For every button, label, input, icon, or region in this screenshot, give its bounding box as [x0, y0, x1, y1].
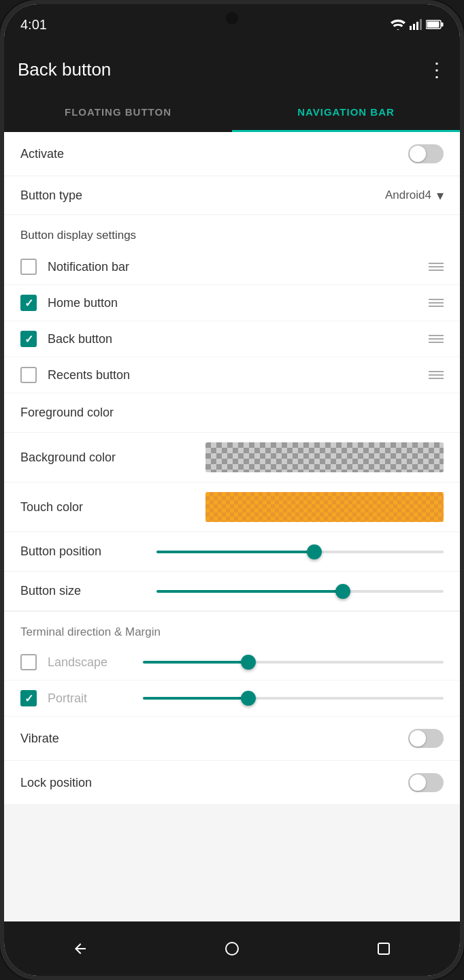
- back-button-label: Back button: [48, 332, 429, 346]
- home-button-row: Home button: [4, 285, 460, 321]
- back-button-checkbox[interactable]: [20, 331, 37, 347]
- notification-bar-label: Notification bar: [48, 260, 429, 274]
- landscape-row: Landscape: [4, 644, 460, 681]
- portrait-checkbox[interactable]: [20, 690, 37, 706]
- home-button-reorder-icon[interactable]: [429, 299, 444, 307]
- status-time: 4:01: [20, 17, 47, 33]
- touch-color-label: Touch color: [20, 500, 205, 514]
- svg-rect-0: [410, 26, 412, 30]
- portrait-slider[interactable]: [143, 691, 444, 705]
- home-button-checkbox[interactable]: [20, 295, 37, 311]
- button-size-label: Button size: [20, 584, 156, 598]
- svg-rect-3: [420, 19, 422, 30]
- wifi-icon: [391, 19, 405, 30]
- landscape-slider[interactable]: [143, 655, 444, 669]
- dropdown-arrow-icon[interactable]: ▾: [437, 187, 444, 203]
- tab-bar: FLOATING BUTTON NAVIGATION BAR: [4, 94, 460, 132]
- home-button-label: Home button: [48, 296, 429, 310]
- recents-button-row: Recents button: [4, 357, 460, 393]
- tab-floating-button[interactable]: FLOATING BUTTON: [4, 94, 232, 132]
- battery-icon: [426, 20, 444, 29]
- button-position-row: Button position: [4, 532, 460, 572]
- back-button-reorder-icon[interactable]: [429, 335, 444, 343]
- button-type-value: Android4: [385, 189, 431, 202]
- camera-notch: [226, 12, 238, 24]
- landscape-checkbox[interactable]: [20, 654, 37, 670]
- button-position-label: Button position: [20, 544, 156, 559]
- recents-button-reorder-icon[interactable]: [429, 371, 444, 379]
- button-position-slider[interactable]: [156, 545, 444, 559]
- lock-position-label: Lock position: [20, 776, 408, 790]
- nav-back-button[interactable]: [67, 935, 94, 962]
- lock-position-row: Lock position: [4, 761, 460, 805]
- activate-row: Activate: [4, 132, 460, 176]
- portrait-row: Portrait: [4, 681, 460, 717]
- svg-rect-2: [416, 22, 418, 30]
- signal-icon: [410, 19, 422, 30]
- svg-rect-8: [378, 943, 389, 954]
- background-color-label: Background color: [20, 451, 205, 465]
- touch-color-swatch[interactable]: [205, 492, 444, 522]
- button-type-row: Button type Android4 ▾: [4, 176, 460, 215]
- foreground-color-label: Foreground color: [20, 406, 444, 420]
- touch-color-row: Touch color: [4, 483, 460, 532]
- tab-navigation-bar[interactable]: NAVIGATION BAR: [232, 94, 460, 132]
- app-bar: Back button ⋮: [4, 45, 460, 94]
- background-color-swatch[interactable]: [205, 442, 444, 472]
- page-title: Back button: [18, 59, 111, 80]
- background-color-row: Background color: [4, 433, 460, 483]
- content-area: Activate Button type Android4 ▾ Button d…: [4, 132, 460, 921]
- activate-toggle[interactable]: [408, 144, 444, 163]
- foreground-color-row: Foreground color: [4, 393, 460, 433]
- bottom-nav: [4, 921, 460, 976]
- notification-bar-row: Notification bar: [4, 249, 460, 285]
- svg-point-7: [226, 943, 238, 955]
- nav-home-button[interactable]: [218, 935, 246, 962]
- landscape-label: Landscape: [48, 655, 136, 670]
- nav-recents-button[interactable]: [370, 935, 397, 962]
- lock-position-toggle[interactable]: [408, 773, 444, 792]
- vibrate-row: Vibrate: [4, 717, 460, 761]
- notification-bar-checkbox[interactable]: [20, 259, 37, 275]
- status-bar: 4:01: [4, 4, 460, 45]
- svg-rect-1: [413, 24, 415, 30]
- button-size-row: Button size: [4, 572, 460, 611]
- status-icons: [391, 19, 444, 30]
- recents-button-checkbox[interactable]: [20, 367, 37, 383]
- svg-rect-5: [442, 22, 444, 27]
- svg-rect-6: [427, 22, 440, 28]
- vibrate-toggle[interactable]: [408, 729, 444, 748]
- back-button-row: Back button: [4, 321, 460, 357]
- vibrate-label: Vibrate: [20, 732, 408, 746]
- phone-frame: 4:01: [0, 0, 464, 980]
- spacer: [4, 805, 460, 921]
- recents-button-label: Recents button: [48, 368, 429, 382]
- activate-label: Activate: [20, 147, 408, 161]
- notification-bar-reorder-icon[interactable]: [429, 263, 444, 271]
- button-size-slider[interactable]: [156, 585, 444, 598]
- display-settings-header: Button display settings: [4, 215, 460, 249]
- button-type-label: Button type: [20, 189, 385, 203]
- more-options-icon[interactable]: ⋮: [427, 59, 446, 81]
- portrait-label: Portrait: [48, 691, 136, 706]
- terminal-direction-header: Terminal direction & Margin: [4, 611, 460, 644]
